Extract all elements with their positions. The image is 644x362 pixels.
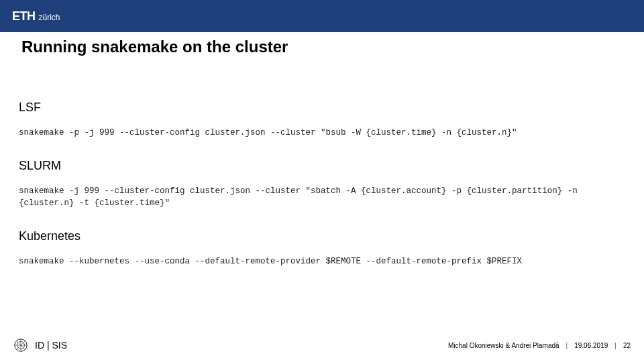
footer-authors: Michal Okoniewski & Andrei Plamadă [448, 342, 559, 349]
page-title: Running snakemake on the cluster [21, 38, 288, 56]
seal-icon [13, 338, 28, 353]
slide: ETH zürich Running snakemake on the clus… [0, 0, 644, 362]
divider-icon: | [566, 342, 568, 349]
header-bar: ETH zürich [0, 0, 644, 32]
title-bar: Running snakemake on the cluster [9, 32, 644, 62]
footer: ID | SIS Michal Okoniewski & Andrei Plam… [0, 334, 644, 357]
eth-logo-sub: zürich [39, 13, 60, 22]
section-heading-lsf: LSF [19, 101, 625, 115]
eth-logo: ETH zürich [12, 9, 60, 23]
section-heading-slurm: SLURM [19, 159, 625, 173]
footer-department: ID | SIS [35, 340, 67, 351]
divider-icon: | [614, 342, 616, 349]
command-slurm: snakemake -j 999 --cluster-config cluste… [19, 185, 625, 209]
section-heading-kubernetes: Kubernetes [19, 229, 625, 243]
footer-date: 19.06.2019 [574, 342, 608, 349]
command-lsf: snakemake -p -j 999 --cluster-config clu… [19, 127, 625, 139]
content-area: LSF snakemake -p -j 999 --cluster-config… [19, 80, 625, 268]
footer-page: 22 [623, 342, 631, 349]
footer-right: Michal Okoniewski & Andrei Plamadă | 19.… [448, 342, 631, 349]
footer-left: ID | SIS [13, 338, 67, 353]
eth-logo-main: ETH [12, 9, 36, 23]
command-kubernetes: snakemake --kubernetes --use-conda --def… [19, 255, 625, 267]
